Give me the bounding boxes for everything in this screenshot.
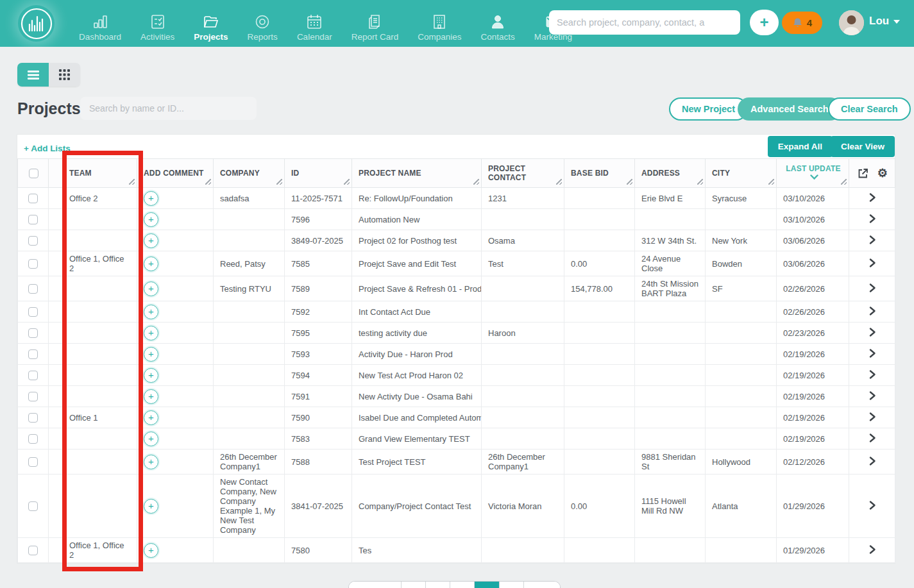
add-comment-button[interactable]: +: [144, 305, 158, 319]
select-all-checkbox[interactable]: [29, 169, 38, 178]
column-resize-handle[interactable]: [697, 179, 703, 185]
row-expand-button[interactable]: [867, 326, 878, 340]
page-button-5[interactable]: 5: [500, 582, 524, 588]
gear-icon[interactable]: ⚙: [877, 169, 888, 178]
row-expand-button[interactable]: [867, 543, 878, 558]
column-header-team[interactable]: TEAM: [63, 159, 137, 188]
nav-item-dashboard[interactable]: Dashboard: [69, 0, 131, 47]
clear-view-button[interactable]: Clear View: [831, 136, 895, 157]
add-comment-button[interactable]: +: [144, 191, 158, 206]
nav-item-calendar[interactable]: Calendar: [287, 0, 342, 47]
add-comment-button[interactable]: +: [144, 455, 158, 469]
grid-view-button[interactable]: [49, 63, 80, 87]
row-checkbox[interactable]: [28, 194, 38, 203]
column-header-add-comment[interactable]: ADD COMMENT: [137, 159, 214, 188]
row-checkbox[interactable]: [28, 501, 38, 511]
row-checkbox[interactable]: [28, 236, 38, 246]
add-comment-button[interactable]: +: [144, 368, 158, 383]
advanced-search-button[interactable]: Advanced Search: [738, 97, 842, 121]
global-search-input[interactable]: [549, 10, 740, 35]
add-comment-button[interactable]: +: [144, 212, 158, 227]
column-resize-handle[interactable]: [344, 179, 350, 185]
column-resize-handle[interactable]: [473, 179, 479, 185]
row-expand-button[interactable]: [867, 212, 878, 227]
user-menu[interactable]: Lou: [869, 15, 900, 28]
column-header-city[interactable]: CITY: [706, 159, 777, 188]
column-header-address[interactable]: ADDRESS: [635, 159, 706, 188]
column-header-project-name[interactable]: PROJECT NAME: [352, 159, 482, 188]
column-header-project-contact[interactable]: PROJECT CONTACT: [482, 159, 564, 188]
app-logo[interactable]: [18, 5, 55, 42]
column-header-company[interactable]: COMPANY: [214, 159, 285, 188]
add-comment-button[interactable]: +: [144, 389, 158, 404]
row-checkbox[interactable]: [28, 349, 38, 359]
row-checkbox[interactable]: [28, 413, 38, 423]
row-checkbox[interactable]: [28, 284, 38, 294]
new-project-button[interactable]: New Project: [669, 97, 748, 121]
row-expand-button[interactable]: [867, 455, 878, 469]
add-comment-button[interactable]: +: [144, 499, 158, 514]
row-expand-button[interactable]: [867, 410, 878, 425]
cell-id: 7593: [285, 344, 352, 365]
nav-label: Contacts: [481, 32, 515, 42]
list-view-button[interactable]: [17, 63, 49, 87]
row-checkbox[interactable]: [28, 328, 38, 338]
add-comment-button[interactable]: +: [144, 256, 158, 271]
nav-item-reports[interactable]: Reports: [238, 0, 287, 47]
column-header-id[interactable]: ID: [285, 159, 352, 188]
row-checkbox[interactable]: [28, 259, 38, 269]
column-resize-handle[interactable]: [276, 179, 282, 185]
row-expand-button[interactable]: [867, 347, 878, 362]
row-expand-button[interactable]: [867, 432, 878, 446]
clear-search-button[interactable]: Clear Search: [828, 97, 911, 121]
row-expand-button[interactable]: [867, 389, 878, 404]
row-expand-button[interactable]: [867, 256, 878, 271]
row-expand-button[interactable]: [867, 368, 878, 383]
add-comment-button[interactable]: +: [144, 281, 158, 296]
nav-item-contacts[interactable]: Contacts: [471, 0, 525, 47]
row-expand-button[interactable]: [867, 281, 878, 296]
add-comment-button[interactable]: +: [144, 326, 158, 340]
column-resize-handle[interactable]: [768, 179, 774, 185]
page-button-next[interactable]: Next: [524, 582, 561, 588]
add-comment-button[interactable]: +: [144, 432, 158, 446]
add-lists-button[interactable]: + Add Lists: [24, 144, 71, 153]
add-comment-button[interactable]: +: [144, 543, 158, 558]
column-header-last-update[interactable]: LAST UPDATE: [777, 159, 849, 188]
column-resize-handle[interactable]: [129, 179, 135, 185]
nav-item-report-card[interactable]: Report Card: [342, 0, 409, 47]
page-button-previous[interactable]: Previous: [349, 582, 402, 588]
expand-all-button[interactable]: Expand All: [768, 136, 833, 157]
row-expand-button[interactable]: [867, 305, 878, 319]
projects-search-input[interactable]: [80, 97, 257, 120]
column-resize-handle[interactable]: [841, 179, 847, 185]
row-expand-button[interactable]: [867, 191, 878, 206]
column-resize-handle[interactable]: [627, 179, 632, 185]
row-checkbox[interactable]: [28, 392, 38, 401]
column-resize-handle[interactable]: [556, 179, 562, 185]
row-expand-button[interactable]: [867, 499, 878, 514]
add-comment-button[interactable]: +: [144, 347, 158, 362]
row-checkbox[interactable]: [28, 457, 38, 467]
page-button-1[interactable]: 1: [402, 582, 426, 588]
notifications-button[interactable]: 4: [782, 12, 822, 34]
quick-add-button[interactable]: +: [750, 10, 779, 35]
row-checkbox[interactable]: [28, 371, 38, 380]
row-expand-button[interactable]: [867, 233, 878, 248]
page-button-4[interactable]: 4: [475, 582, 499, 588]
row-checkbox[interactable]: [28, 307, 38, 317]
add-comment-button[interactable]: +: [144, 233, 158, 248]
page-button-3[interactable]: 3: [450, 582, 475, 588]
column-header-base-bid[interactable]: BASE BID: [564, 159, 635, 188]
page-button-2[interactable]: 2: [426, 582, 450, 588]
row-checkbox[interactable]: [28, 215, 38, 224]
avatar[interactable]: [839, 10, 864, 35]
external-link-icon[interactable]: [858, 168, 868, 179]
nav-item-companies[interactable]: Companies: [408, 0, 471, 47]
row-checkbox[interactable]: [28, 434, 38, 444]
add-comment-button[interactable]: +: [144, 410, 158, 425]
row-checkbox[interactable]: [28, 546, 38, 555]
column-resize-handle[interactable]: [205, 179, 211, 185]
nav-item-activities[interactable]: Activities: [131, 0, 184, 47]
nav-item-projects[interactable]: Projects: [184, 0, 237, 47]
